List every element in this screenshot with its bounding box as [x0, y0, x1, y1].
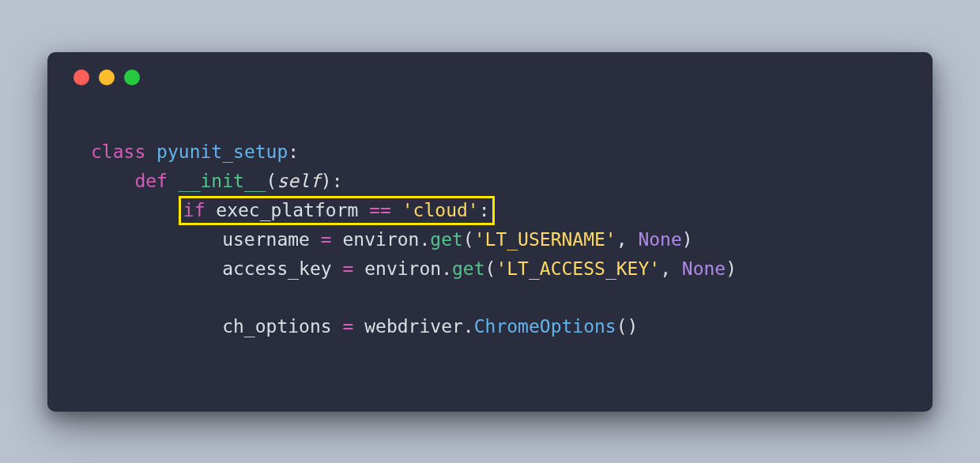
close-icon[interactable] — [74, 70, 89, 85]
keyword-def: def — [134, 171, 168, 191]
method-get: get — [452, 258, 485, 279]
colon: : — [288, 141, 299, 162]
class-chromeoptions: ChromeOptions — [474, 316, 616, 337]
code-line-6: ch_options = webdriver.ChromeOptions() — [91, 316, 638, 337]
code-block: class pyunit_setup: def __init__(self): … — [71, 109, 909, 342]
class-name: pyunit_setup — [156, 141, 288, 162]
string-lt-access-key: 'LT_ACCESS_KEY' — [496, 258, 660, 279]
code-line-blank — [91, 288, 102, 308]
constant-none: None — [638, 229, 681, 250]
highlighted-condition: if exec_platform == 'cloud': — [179, 196, 495, 225]
keyword-class: class — [91, 141, 145, 162]
traffic-lights — [71, 70, 909, 85]
function-name: __init__ — [179, 171, 266, 191]
maximize-icon[interactable] — [124, 70, 140, 85]
code-line-2: def __init__(self): — [91, 171, 343, 191]
code-window: class pyunit_setup: def __init__(self): … — [47, 52, 933, 412]
method-get: get — [430, 229, 463, 250]
constant-none: None — [682, 258, 726, 279]
param-self: self — [277, 171, 320, 191]
code-line-3: if exec_platform == 'cloud': — [91, 200, 495, 220]
string-lt-username: 'LT_USERNAME' — [474, 229, 616, 250]
minimize-icon[interactable] — [99, 70, 115, 85]
code-line-4: username = environ.get('LT_USERNAME', No… — [91, 229, 693, 250]
string-cloud: 'cloud' — [391, 200, 479, 220]
code-line-1: class pyunit_setup: — [91, 141, 299, 162]
keyword-if: if — [183, 200, 205, 220]
code-line-5: access_key = environ.get('LT_ACCESS_KEY'… — [91, 258, 737, 279]
